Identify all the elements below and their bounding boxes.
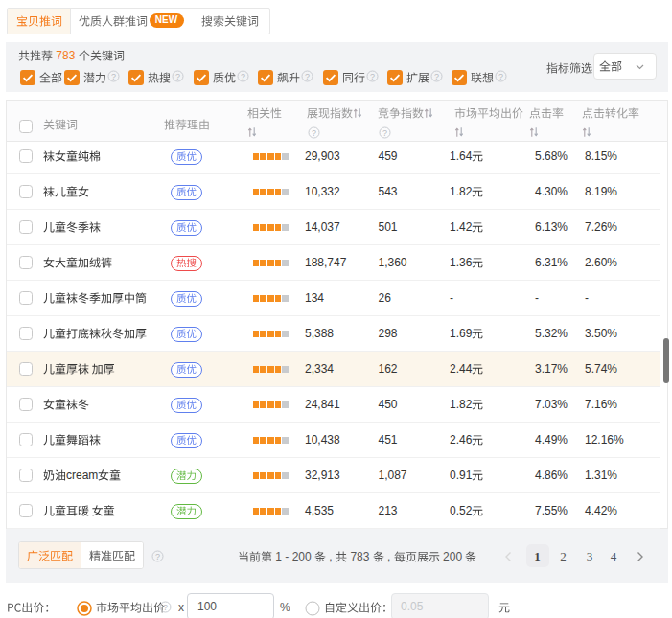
svg-text:?: ? [111, 71, 116, 80]
svg-text:?: ? [312, 128, 316, 138]
svg-text:?: ? [498, 71, 503, 80]
svg-text:?: ? [382, 128, 387, 138]
svg-text:?: ? [370, 71, 375, 80]
svg-text:?: ? [241, 71, 245, 80]
svg-text:?: ? [434, 71, 439, 80]
svg-text:?: ? [305, 71, 310, 80]
svg-text:?: ? [155, 552, 160, 561]
svg-text:?: ? [163, 603, 168, 612]
svg-text:?: ? [175, 71, 180, 80]
